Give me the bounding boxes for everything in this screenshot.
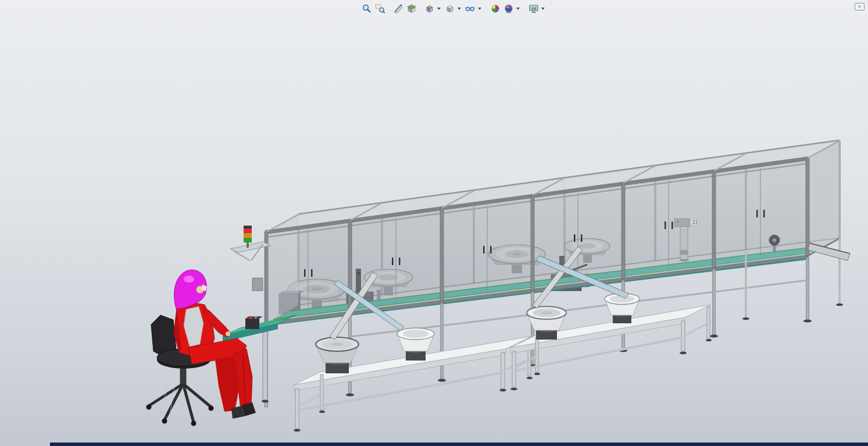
signal-light-amber xyxy=(244,233,252,238)
view-settings-button[interactable] xyxy=(527,2,540,15)
chevron-down-icon[interactable] xyxy=(516,8,520,10)
view-orientation-button[interactable] xyxy=(423,2,436,15)
operator-hand xyxy=(226,331,230,336)
caliper-icon xyxy=(393,3,403,14)
tower-cap xyxy=(244,226,252,229)
magnifier-area-icon xyxy=(375,3,385,14)
monitor-icon xyxy=(528,3,539,14)
chevron-down-icon[interactable] xyxy=(541,8,545,10)
operator-drape xyxy=(215,356,240,412)
heads-up-view-toolbar xyxy=(360,2,547,15)
hide-show-items-button[interactable] xyxy=(464,2,477,15)
chair-star-base xyxy=(149,384,211,422)
chevron-down-icon[interactable] xyxy=(478,8,481,10)
magnifier-icon xyxy=(362,3,372,14)
junction-box xyxy=(252,278,263,291)
zoom-to-area-button[interactable] xyxy=(374,2,387,15)
zoom-to-fit-button[interactable] xyxy=(360,2,373,15)
apply-scene-button[interactable] xyxy=(502,2,515,15)
collapse-chevrons-icon: « xyxy=(858,3,861,10)
collapse-panel-button[interactable]: « xyxy=(855,3,865,10)
chevron-down-icon[interactable] xyxy=(437,8,441,10)
3d-model-view[interactable]: 33 xyxy=(0,0,868,446)
cad-viewport[interactable]: « xyxy=(0,0,868,446)
view-cube-icon xyxy=(424,3,435,14)
measure-button[interactable] xyxy=(392,2,405,15)
section-cube-icon xyxy=(406,3,417,14)
edit-appearance-button[interactable] xyxy=(489,2,502,15)
scene-sphere-icon xyxy=(503,3,514,14)
section-view-button[interactable] xyxy=(405,2,418,15)
enclosure-right-end xyxy=(808,141,840,256)
discharge-chute[interactable] xyxy=(808,243,850,261)
signal-light-red xyxy=(244,229,252,233)
operator-boot-left xyxy=(231,406,244,419)
color-sphere-icon xyxy=(490,3,501,14)
emergency-stop-button[interactable] xyxy=(249,316,252,319)
glasses-icon xyxy=(465,3,476,14)
shaded-cube-icon xyxy=(445,3,455,14)
display-style-button[interactable] xyxy=(444,2,456,15)
taskbar-edge[interactable] xyxy=(50,443,868,446)
chevron-down-icon[interactable] xyxy=(458,8,461,10)
operator-boot-right xyxy=(242,402,256,416)
signal-light-green xyxy=(244,238,252,242)
